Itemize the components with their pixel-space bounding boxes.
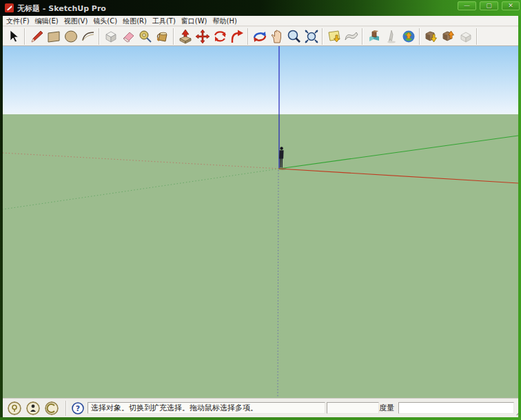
- paint-bucket-tool-icon[interactable]: [154, 28, 171, 45]
- push-pull-tool-icon[interactable]: [176, 28, 194, 45]
- window-border-left: [0, 16, 3, 420]
- eraser-tool-icon[interactable]: [119, 28, 136, 45]
- get-models-tool-icon[interactable]: [422, 28, 440, 45]
- share-models-tool-icon[interactable]: [440, 28, 457, 45]
- circle-tool-icon[interactable]: [62, 28, 79, 45]
- menu-file[interactable]: 文件(F): [3, 16, 32, 26]
- window-border-bottom: [0, 417, 521, 420]
- ground: [3, 114, 518, 398]
- toolbar: [3, 27, 518, 46]
- svg-text:?: ?: [76, 404, 80, 413]
- close-button[interactable]: ✕: [502, 1, 520, 10]
- line-tool-icon[interactable]: [28, 28, 45, 45]
- menu-draw[interactable]: 绘图(R): [120, 16, 150, 26]
- title-bar: 无标题 - SketchUp Pro — ▢ ✕: [0, 0, 521, 16]
- arc-tool-icon[interactable]: [79, 28, 96, 45]
- google-earth-tool-icon[interactable]: [400, 28, 417, 45]
- move-tool-icon[interactable]: [194, 28, 211, 45]
- menu-camera[interactable]: 镜头(C): [90, 16, 120, 26]
- drawing-viewport[interactable]: [3, 46, 518, 398]
- pan-tool-icon[interactable]: [268, 28, 285, 45]
- photo-textures-tool-icon[interactable]: [365, 28, 382, 45]
- rotate-tool-icon[interactable]: [211, 28, 228, 45]
- status-message: 选择对象。切换到扩充选择。拖动鼠标选择多项。: [88, 402, 325, 414]
- minimize-button[interactable]: —: [458, 1, 476, 10]
- zoom-extents-tool-icon[interactable]: [303, 28, 320, 45]
- measurements-input[interactable]: [398, 402, 514, 414]
- geolocation-status-icon[interactable]: [8, 401, 21, 415]
- preview-model-disabled-icon[interactable]: [382, 28, 400, 45]
- select-tool-icon[interactable]: [5, 28, 22, 45]
- menu-edit[interactable]: 编辑(E): [32, 16, 61, 26]
- menu-help[interactable]: 帮助(H): [210, 16, 240, 26]
- menu-bar: 文件(F) 编辑(E) 视图(V) 镜头(C) 绘图(R) 工具(T) 窗口(W…: [3, 16, 518, 26]
- menu-window[interactable]: 窗口(W): [178, 16, 210, 26]
- rectangle-tool-icon[interactable]: [45, 28, 62, 45]
- window-border-right: [518, 16, 521, 420]
- add-location-tool-icon[interactable]: [325, 28, 343, 45]
- sign-in-status-icon[interactable]: [45, 401, 59, 415]
- window-title: 无标题 - SketchUp Pro: [17, 3, 106, 14]
- status-aux-box: [327, 402, 379, 414]
- measurements-label: 度量: [379, 403, 398, 413]
- tape-measure-tool-icon[interactable]: [136, 28, 154, 45]
- follow-me-tool-icon[interactable]: [228, 28, 245, 45]
- menu-view[interactable]: 视图(V): [61, 16, 91, 26]
- zoom-tool-icon[interactable]: [285, 28, 303, 45]
- maximize-button[interactable]: ▢: [480, 1, 498, 10]
- sky: [3, 46, 518, 114]
- sketchup-logo-icon: [5, 3, 14, 12]
- status-bar: ? 选择对象。切换到扩充选择。拖动鼠标选择多项。 度量: [3, 398, 518, 417]
- make-component-tool-icon[interactable]: [102, 28, 119, 45]
- credit-status-icon[interactable]: [26, 401, 40, 415]
- menu-tools[interactable]: 工具(T): [150, 16, 178, 26]
- toggle-terrain-tool-icon[interactable]: [343, 28, 360, 45]
- orbit-tool-icon[interactable]: [251, 28, 268, 45]
- help-icon[interactable]: ?: [72, 402, 84, 414]
- share-component-disabled-icon[interactable]: [457, 28, 474, 45]
